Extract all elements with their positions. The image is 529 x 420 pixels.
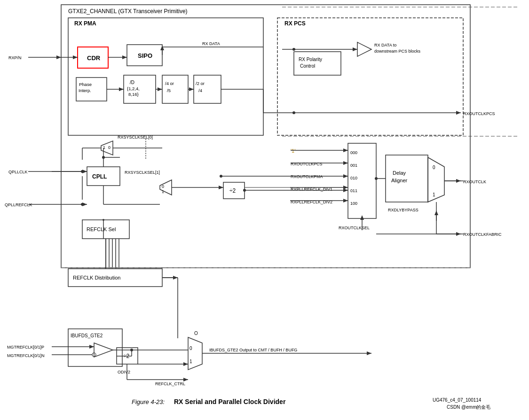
rxoutclkpcs-right-label: RXOUTCLKPCS (463, 111, 495, 116)
ibufds-output-label: IBUFDS_GTE2 Output to CMT / BUFH / BUFG (209, 348, 297, 352)
svg-marker-41 (119, 87, 124, 91)
rxoutclkpcs-mux-label: RXOUTCLKPCS (291, 162, 323, 166)
svg-marker-112 (434, 210, 438, 215)
svg-point-63 (243, 189, 246, 192)
svg-point-97 (375, 177, 378, 180)
svg-marker-23 (56, 55, 61, 59)
svg-marker-73 (94, 343, 113, 357)
one-signal-label: '1' (291, 148, 295, 154)
svg-marker-25 (122, 55, 127, 59)
svg-marker-34 (456, 111, 461, 115)
rx-polarity-label2: Control (300, 63, 315, 69)
svg-point-103 (220, 175, 222, 178)
mux0-label: 0 (108, 145, 111, 150)
cdr-label: CDR (87, 54, 101, 62)
svg-point-35 (292, 111, 295, 114)
diagram-container: GTXE2_CHANNEL (GTX Transceiver Primitive… (0, 0, 529, 420)
svg-marker-108 (343, 199, 348, 202)
phase-interp-label2: Interp. (79, 88, 91, 93)
ibufds-label: IBUFDS_GTE2 (71, 333, 103, 338)
qpllclk-label: QPLLCLK (8, 170, 28, 174)
bot-mux-0-label: 0 (189, 346, 192, 351)
rxoutclk-label: RXOUTCLK (463, 179, 486, 184)
rx-pcs-label: RX PCS (284, 20, 306, 27)
svg-marker-18 (428, 157, 444, 202)
watermark-line1: UG476_c4_07_100114 (433, 397, 482, 403)
svg-marker-22 (73, 55, 78, 59)
rxoutclkfabric-label: RXOUTCLKFABRIC (463, 232, 502, 237)
mux-001: 001 (350, 163, 357, 168)
svg-point-114 (81, 170, 84, 173)
rxoutclksel-label: RXOUTCLKSEL (339, 226, 370, 230)
mux-010: 010 (350, 176, 357, 180)
mux-100: 100 (350, 201, 357, 206)
main-svg: GTXE2_CHANNEL (GTX Transceiver Primitive… (0, 0, 529, 420)
mgtrefclk-p-label: MGTREFCLK[0/1]P (7, 345, 44, 350)
mux01-1-label: 1 (162, 189, 164, 194)
svg-marker-77 (89, 345, 94, 349)
svg-marker-101 (343, 161, 348, 165)
watermark-line2: CSDN @emm的金毛 (447, 404, 491, 410)
delay-mux1-label: 1 (433, 192, 435, 197)
rx-data-downstream-label: RX DATA to (374, 43, 396, 47)
svg-marker-32 (353, 47, 357, 51)
svg-marker-92 (183, 378, 188, 381)
rx-data-downstream-label2: downstream PCS blocks (374, 49, 421, 54)
svg-rect-3 (68, 18, 263, 135)
svg-marker-45 (189, 87, 194, 91)
figure-label: Figure 4-23: (132, 398, 165, 405)
rxsysclksel0-label: RXSYSCLKSEL[0] (118, 135, 153, 140)
delay-aligner-label2: Aligner (391, 178, 408, 183)
figure-caption: RX Serial and Parallel Clock Divider (174, 398, 286, 405)
svg-marker-79 (188, 337, 202, 370)
svg-marker-29 (357, 42, 371, 56)
o-label: O (194, 331, 198, 336)
div-4or5-label2: /5 (167, 88, 171, 93)
gtxe2-label: GTXE2_CHANNEL (GTX Transceiver Primitive… (68, 8, 188, 15)
svg-point-31 (292, 48, 295, 51)
svg-marker-28 (160, 46, 164, 50)
refclk-sel-label: REFCLK Sel (87, 226, 116, 232)
svg-rect-9 (162, 75, 188, 103)
bot-mux-1-label: 1 (189, 359, 192, 364)
div2-main-label: ÷2 (229, 187, 236, 194)
svg-marker-110 (360, 215, 364, 220)
div-d-label: /D (130, 80, 134, 85)
delay-aligner-label: Delay (393, 170, 406, 176)
mux-000: 000 (350, 150, 357, 155)
svg-marker-43 (158, 87, 162, 91)
svg-marker-59 (219, 186, 223, 189)
odiv2-label: ODIV2 (118, 370, 130, 374)
mux01-0-label: 0 (162, 184, 164, 189)
rxpn-label: RXP/N (8, 55, 22, 60)
svg-marker-86 (183, 362, 188, 366)
svg-point-119 (81, 203, 84, 206)
svg-marker-99 (343, 148, 348, 152)
svg-rect-10 (194, 75, 221, 103)
rxsysclksel1-label: RXSYSCLKSEL[1] (125, 170, 160, 175)
rx-pma-label: RX PMA (74, 20, 96, 27)
qpllrefclk-label: QPLLREFCLK (5, 202, 32, 207)
svg-marker-125 (173, 276, 178, 280)
div-2or4-label: /2 or (196, 81, 205, 86)
refclk-dist-label: REFCLK Distribution (73, 275, 120, 280)
mux-011: 011 (350, 188, 357, 193)
rxdlybypass-label: RXDLYBYPASS (388, 208, 418, 212)
svg-rect-4 (277, 18, 463, 135)
rx-polarity-label: RX Polarity (299, 57, 322, 62)
svg-marker-104 (343, 174, 348, 178)
refclk-ctrl-label: REFCLK_CTRL (155, 381, 185, 386)
div-2or4-label2: /4 (198, 88, 202, 93)
cpll-label: CPLL (92, 173, 107, 180)
div-4or5-label: /4 or (165, 81, 174, 86)
phase-interp-label: Phase (79, 82, 92, 87)
svg-point-121 (103, 219, 104, 221)
rx-data-label: RX DATA (202, 41, 220, 46)
svg-marker-106 (343, 186, 348, 189)
delay-mux0-label: 0 (433, 165, 435, 170)
rxoutclkpma-label: RXOUTCLKPMA (291, 174, 323, 179)
div-d-label2: {1,2,4, (127, 86, 140, 91)
svg-marker-88 (367, 351, 371, 355)
mgtrefclk-n-label: MGTREFCLK[0/1]N (7, 353, 45, 358)
sipo-label: SIPO (138, 52, 152, 59)
